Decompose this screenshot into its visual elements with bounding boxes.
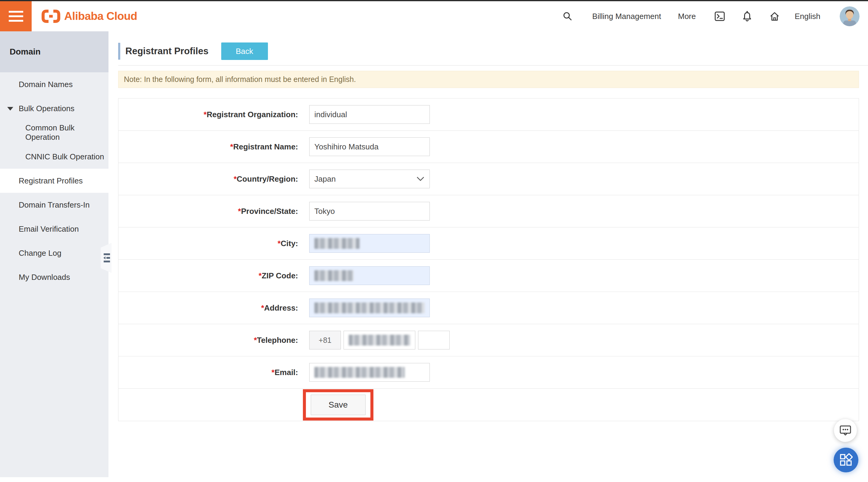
field-label-city: *City: bbox=[119, 239, 309, 248]
redacted-value bbox=[314, 238, 360, 249]
form-row-country-region: *Country/Region:Japan bbox=[119, 163, 859, 195]
page-title-row: Registrant Profiles Back bbox=[118, 42, 268, 60]
address-input[interactable] bbox=[309, 298, 430, 317]
top-header: Alibaba Cloud Billing Management More En… bbox=[0, 1, 868, 31]
sidebar-item-my-downloads[interactable]: My Downloads bbox=[0, 265, 108, 289]
sidebar-item-change-log[interactable]: Change Log bbox=[0, 241, 108, 265]
alibaba-cloud-logo-icon bbox=[41, 9, 61, 23]
required-marker: * bbox=[254, 335, 257, 345]
save-row: Save bbox=[119, 389, 859, 421]
field-label-zip-code: *ZIP Code: bbox=[119, 271, 309, 281]
home-icon[interactable] bbox=[770, 11, 780, 21]
field-label-country-region: *Country/Region: bbox=[119, 174, 309, 184]
hamburger-menu-button[interactable] bbox=[0, 1, 32, 31]
form-row-address: *Address: bbox=[119, 292, 859, 324]
app-launcher-icon bbox=[839, 453, 852, 467]
sidebar-item-label: Domain Names bbox=[19, 80, 73, 89]
sidebar: Domain Domain NamesBulk OperationsCommon… bbox=[0, 31, 108, 477]
sidebar-collapse-handle[interactable] bbox=[101, 243, 112, 273]
select-value: Japan bbox=[314, 174, 336, 184]
form-row-registrant-organization: *Registrant Organization:individual bbox=[119, 98, 859, 131]
field-label-registrant-name: *Registrant Name: bbox=[119, 142, 309, 152]
user-avatar[interactable] bbox=[840, 6, 860, 26]
collapse-sidebar-icon bbox=[103, 252, 111, 263]
terminal-icon[interactable] bbox=[715, 11, 725, 21]
form-row-city: *City: bbox=[119, 227, 859, 260]
redacted-value bbox=[314, 302, 425, 313]
sidebar-item-label: Email Verification bbox=[19, 224, 79, 234]
save-button[interactable]: Save bbox=[311, 395, 366, 415]
required-marker: * bbox=[272, 368, 275, 377]
required-marker: * bbox=[234, 174, 237, 184]
required-marker: * bbox=[278, 239, 281, 248]
profile-form: *Registrant Organization:individual*Regi… bbox=[118, 98, 859, 421]
province-state-input[interactable]: Tokyo bbox=[309, 202, 430, 221]
billing-management-link[interactable]: Billing Management bbox=[592, 12, 661, 21]
language-selector[interactable]: English bbox=[795, 12, 820, 21]
sidebar-item-label: Change Log bbox=[19, 249, 61, 258]
form-rows: *Registrant Organization:individual*Regi… bbox=[119, 98, 859, 389]
field-label-province-state: *Province/State: bbox=[119, 207, 309, 216]
search-icon[interactable] bbox=[563, 11, 572, 21]
page-title: Registrant Profiles bbox=[125, 46, 209, 57]
registrant-organization-input[interactable]: individual bbox=[309, 105, 430, 124]
field-label-telephone: *Telephone: bbox=[119, 335, 309, 345]
field-label-address: *Address: bbox=[119, 303, 309, 313]
sidebar-item-domain-names[interactable]: Domain Names bbox=[0, 72, 108, 96]
sidebar-item-cnnic-bulk-operation[interactable]: CNNIC Bulk Operation bbox=[0, 144, 108, 169]
sidebar-item-label: Common Bulk Operation bbox=[25, 123, 108, 142]
required-marker: * bbox=[238, 207, 241, 216]
note-banner: Note: In the following form, all informa… bbox=[118, 71, 859, 88]
form-row-registrant-name: *Registrant Name:Yoshihiro Matsuda bbox=[119, 131, 859, 163]
required-marker: * bbox=[258, 271, 261, 280]
alibaba-cloud-logo[interactable]: Alibaba Cloud bbox=[41, 9, 137, 23]
app-launcher-button[interactable] bbox=[834, 448, 858, 472]
field-label-email: *Email: bbox=[119, 368, 309, 377]
country-region-select[interactable]: Japan bbox=[309, 170, 430, 188]
form-row-telephone: *Telephone:+81 bbox=[119, 324, 859, 356]
form-row-zip-code: *ZIP Code: bbox=[119, 260, 859, 292]
redacted-value bbox=[349, 335, 410, 346]
hamburger-icon bbox=[9, 11, 23, 13]
save-button-wrapper: Save bbox=[311, 395, 366, 415]
title-divider bbox=[118, 65, 868, 66]
required-marker: * bbox=[261, 303, 264, 312]
bell-icon[interactable] bbox=[742, 11, 752, 22]
brand-name: Alibaba Cloud bbox=[64, 10, 137, 23]
sidebar-item-label: Registrant Profiles bbox=[19, 176, 83, 186]
chat-button[interactable] bbox=[834, 419, 857, 442]
more-menu[interactable]: More bbox=[678, 12, 695, 21]
city-input[interactable] bbox=[309, 234, 430, 253]
form-row-province-state: *Province/State:Tokyo bbox=[119, 195, 859, 227]
zip-code-input[interactable] bbox=[309, 266, 430, 285]
chat-icon bbox=[839, 425, 851, 436]
redacted-value bbox=[314, 270, 353, 281]
sidebar-item-bulk-operations[interactable]: Bulk Operations bbox=[0, 96, 108, 121]
sidebar-items: Domain NamesBulk OperationsCommon Bulk O… bbox=[0, 72, 108, 289]
field-label-registrant-organization: *Registrant Organization: bbox=[119, 110, 309, 119]
email-input[interactable] bbox=[309, 363, 430, 382]
sidebar-item-registrant-profiles[interactable]: Registrant Profiles bbox=[0, 169, 108, 193]
sidebar-item-label: Bulk Operations bbox=[19, 104, 74, 113]
sidebar-title: Domain bbox=[0, 31, 108, 72]
chevron-down-icon bbox=[416, 176, 425, 181]
caret-down-icon bbox=[7, 107, 13, 110]
redacted-value bbox=[314, 367, 405, 378]
registrant-name-input[interactable]: Yoshihiro Matsuda bbox=[309, 137, 430, 156]
sidebar-item-label: CNNIC Bulk Operation bbox=[25, 152, 104, 161]
sidebar-item-label: My Downloads bbox=[19, 272, 70, 282]
sidebar-item-label: Domain Transfers-In bbox=[19, 200, 90, 210]
required-marker: * bbox=[230, 142, 233, 151]
sidebar-item-domain-transfers-in[interactable]: Domain Transfers-In bbox=[0, 193, 108, 217]
header-nav: Billing Management More English bbox=[563, 6, 868, 26]
sidebar-item-email-verification[interactable]: Email Verification bbox=[0, 217, 108, 241]
form-row-email: *Email: bbox=[119, 356, 859, 389]
required-marker: * bbox=[204, 110, 207, 119]
title-accent-bar bbox=[118, 43, 120, 60]
back-button[interactable]: Back bbox=[221, 42, 268, 60]
telephone-extension-input[interactable] bbox=[418, 331, 450, 349]
sidebar-item-common-bulk-operation[interactable]: Common Bulk Operation bbox=[0, 121, 108, 144]
telephone-input[interactable] bbox=[344, 331, 415, 349]
country-code-box[interactable]: +81 bbox=[309, 331, 341, 349]
